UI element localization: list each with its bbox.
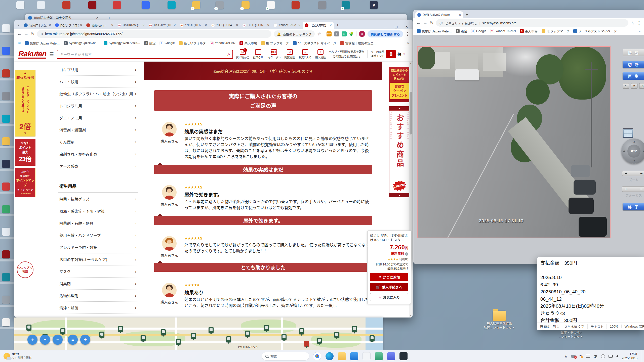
menu-dots-icon[interactable]: ⋮	[406, 32, 410, 36]
map-control-button[interactable]: ≡	[68, 335, 78, 345]
back-icon[interactable]: ←	[17, 31, 22, 36]
zoom-control[interactable]: +−	[622, 171, 644, 176]
desktop-icon[interactable]	[168, 1, 176, 9]
sidebar-item[interactable]: 薬用石鹸・ハンドソープ›	[58, 229, 138, 241]
info-icon[interactable]: i	[405, 252, 408, 256]
volume-icon[interactable]	[616, 355, 618, 357]
tab-search-chevron-icon[interactable]: ∨	[17, 23, 19, 27]
taskbar-store-icon[interactable]	[350, 352, 358, 360]
quad-view-button[interactable]	[623, 128, 633, 138]
map-pin-icon[interactable]	[334, 332, 339, 338]
desktop-icon[interactable]	[2, 47, 10, 55]
bookmark-item[interactable]: ⚙設定	[144, 41, 155, 46]
sidebar-item[interactable]: マスク›	[58, 265, 138, 278]
sidebar-item[interactable]: 消臭剤›	[58, 278, 138, 290]
network-icon[interactable]	[609, 355, 613, 358]
connect-button[interactable]: 接 続	[623, 49, 644, 56]
points-max-banner[interactable]: 今なら ポイント 最大 23倍	[15, 139, 35, 166]
product-rating[interactable]: ★★★★☆(6件)	[370, 257, 408, 261]
recommend-banner[interactable]: RECOMMEND ITEMS RECOMMEND ITEMS おすすめ商品 C…	[389, 110, 410, 193]
points-indicator[interactable]: 今この商品はポイント 8 倍 ▼	[367, 50, 405, 58]
taskbar-clock[interactable]: 17:31 2025/08/15	[622, 352, 637, 360]
rakuten-help-links[interactable]: ヘルプ / 不適切な商品を報告 この商品の関連商品 ∨	[329, 50, 364, 59]
maximize-button[interactable]: ▢	[395, 25, 398, 29]
browser-tab[interactable]: oqUSDJPY (+0…✕	[147, 22, 178, 29]
taskbar-chrome-icon[interactable]	[313, 352, 321, 360]
minimize-button[interactable]: —	[384, 25, 387, 29]
map-control-button[interactable]: ✦	[80, 335, 90, 345]
sidebar-item[interactable]: ケース販売›	[58, 160, 138, 172]
desktop-icon[interactable]	[2, 115, 10, 123]
map-pin-icon[interactable]	[317, 338, 322, 344]
back-new-tab-button[interactable]: +	[108, 16, 110, 20]
apps-grid-icon[interactable]: ⊞	[18, 41, 21, 45]
map-pin-icon[interactable]	[161, 329, 166, 335]
dvr-bookmark-star-icon[interactable]: ☆	[631, 21, 634, 25]
browser-tab[interactable]: oq^NKX (+0.6…✕	[178, 22, 209, 29]
map-pin-icon[interactable]	[141, 335, 146, 341]
rakuten-nav-5[interactable]: ≡購入履歴	[315, 49, 326, 59]
map-pin-icon[interactable]	[191, 333, 196, 339]
taskbar-terminal-icon[interactable]	[399, 352, 408, 360]
ptz-dial[interactable]: ▲ ▼ ◀ ▶ PTZ	[621, 139, 644, 164]
tab-close-icon[interactable]: ✕	[236, 24, 238, 27]
taskbar-weather-widget[interactable]: 31°C くもり時々晴れ	[0, 352, 35, 360]
sidebar-item[interactable]: 清浄・除菌›	[58, 302, 138, 314]
rakuten-logo[interactable]: Rakuten	[18, 50, 47, 59]
desktop-icon[interactable]: ✓	[267, 1, 275, 9]
sync-icon[interactable]: ↻	[579, 354, 582, 358]
desktop-icon[interactable]	[2, 273, 10, 281]
desktop-icon[interactable]	[16, 1, 24, 9]
channel-2-button[interactable]: 2	[631, 83, 637, 89]
address-bar[interactable]: ⊙ item.rakuten.co.jp/campaign365/4909246…	[37, 30, 271, 38]
bookmark-item[interactable]: IE ブックマーク	[542, 29, 569, 33]
price-tracking-button[interactable]: 🔔 価格のトラッキング	[274, 30, 315, 37]
desktop-icon[interactable]: ✓	[216, 1, 224, 9]
desktop-icon[interactable]	[2, 296, 10, 304]
rail-up-arrow[interactable]: ▲	[389, 106, 410, 110]
disconnect-button[interactable]: 切 断	[623, 61, 644, 68]
browser-tab[interactable]: R【楽天市場】✕	[303, 22, 334, 29]
bookmark-item[interactable]: 雷情報｜電気の安全…	[340, 41, 377, 46]
sidebar-item[interactable]: 汚物処理剤›	[58, 290, 138, 302]
rakuten-nav-0[interactable]: ⛁1買い物かご	[236, 49, 249, 59]
hamburger-menu-icon[interactable]: ☰	[49, 51, 54, 57]
dvr-address-bar[interactable]: ⓘ セキュリティ保護なし | sinsenyasai.nsddns.org	[436, 19, 628, 27]
map-pin-icon[interactable]	[352, 326, 357, 332]
shop-chat-button[interactable]: ショップへ相談	[17, 261, 33, 278]
sidebar-item[interactable]: アレルギー予防・対策›	[58, 241, 138, 253]
bookmark-item[interactable]: IE ブックマーク	[261, 41, 289, 46]
bookmark-item[interactable]: 気象庁 Japan Mete…	[417, 29, 452, 33]
bookmark-item[interactable]: ソースネクスト マイページ	[573, 29, 617, 33]
browser-tab[interactable]: Y!Yahoo! JAPA…✕	[271, 22, 303, 29]
desktop-icon[interactable]: ✓	[342, 1, 350, 9]
taskbar-edge-icon[interactable]	[326, 352, 334, 360]
map-pin-icon[interactable]	[304, 341, 309, 347]
onedrive-icon[interactable]	[571, 355, 576, 358]
close-button[interactable]: ✕	[405, 25, 408, 29]
desktop-icon[interactable]	[62, 1, 70, 9]
taskbar-search[interactable]: 検索	[262, 352, 309, 360]
tab-close-icon[interactable]: ✕	[49, 24, 51, 27]
bookmarks-overflow-icon[interactable]: »	[407, 41, 409, 45]
map-pin-icon[interactable]	[99, 332, 104, 338]
desktop-icon[interactable]: P	[370, 1, 378, 9]
reload-icon[interactable]: ↻	[31, 31, 34, 37]
bookmark-item[interactable]: 気象庁 Japan Mete…	[25, 41, 60, 46]
rakuten-nav-3[interactable]: ↺閲覧履歴	[285, 49, 295, 59]
desktop-icon[interactable]	[2, 205, 10, 213]
sidebar-item[interactable]: ゴキブリ用›	[58, 64, 138, 76]
browser-tab[interactable]: PC/テクノロジ✕	[53, 22, 84, 29]
points-caret-icon[interactable]: ▼	[403, 53, 405, 56]
sidebar-item[interactable]: トコジラミ用›	[58, 100, 138, 112]
url-text[interactable]: item.rakuten.co.jp/campaign365/490924630…	[45, 32, 122, 36]
map-pin-icon[interactable]	[281, 334, 287, 340]
sidebar-item[interactable]: くん煙剤›	[58, 136, 138, 148]
add-to-cart-button[interactable]: ⊕かごに追加	[370, 273, 408, 281]
ime-indicator[interactable]: あ	[594, 354, 597, 359]
desktop-shortcut[interactable]: 量子・その他2 - ショートカット	[553, 331, 589, 339]
desktop-icon[interactable]	[2, 250, 10, 258]
sidebar-item[interactable]: 風邪・感染症・予防・対策›	[58, 205, 138, 217]
taskbar-notepad-icon[interactable]	[363, 352, 371, 360]
site-settings-icon[interactable]: ⊙	[41, 32, 43, 36]
